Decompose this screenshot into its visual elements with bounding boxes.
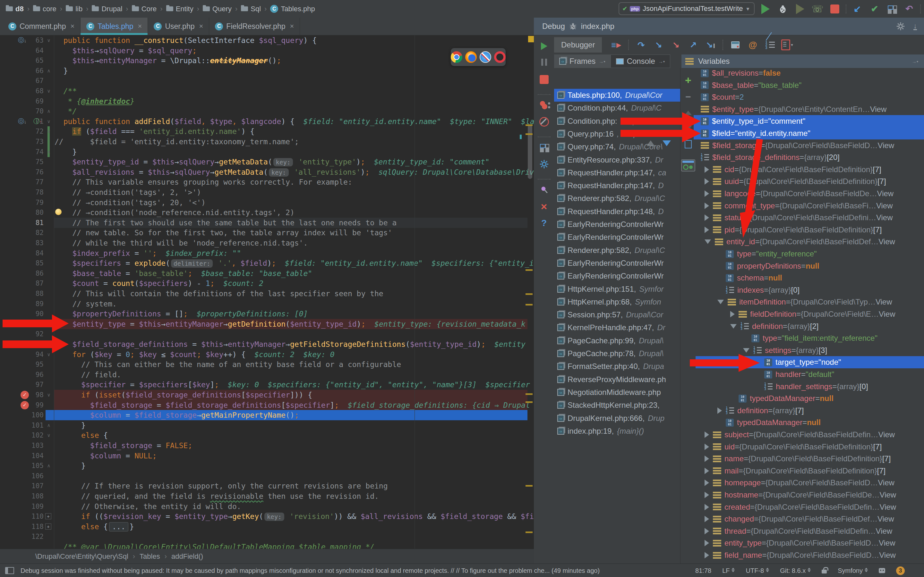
code-line[interactable]: // This will contain the definitions of … bbox=[55, 288, 383, 299]
code-line[interactable]: $this→sqlQuery = $sql_query; bbox=[55, 45, 197, 56]
pin-icon[interactable] bbox=[534, 183, 554, 196]
line-number[interactable]: 96 bbox=[19, 370, 44, 380]
evaluate-expression-icon[interactable] bbox=[728, 41, 743, 48]
variable-row[interactable]: name = {Drupal\Core\Field\BaseFieldDefin… bbox=[696, 453, 924, 465]
line-number[interactable]: 78 bbox=[19, 187, 44, 197]
variable-row[interactable]: 123definition = {array} [7] bbox=[696, 405, 924, 417]
line-number[interactable]: 95 bbox=[19, 359, 44, 370]
frame-row[interactable]: ‹›EarlyRenderingControllerWr bbox=[554, 218, 680, 231]
variable-row[interactable]: uuid = {Drupal\Core\Field\BaseFieldDefin… bbox=[696, 175, 924, 187]
line-number[interactable]: 65 bbox=[19, 55, 44, 66]
variable-row[interactable]: mail = {Drupal\Core\Field\BaseFieldDefin… bbox=[696, 465, 924, 477]
line-number[interactable]: 91 bbox=[19, 319, 44, 329]
line-number[interactable]: 82 bbox=[19, 227, 44, 238]
variable-row[interactable]: status = {Drupal\Core\Field\BaseFieldDef… bbox=[696, 211, 924, 224]
fold-expand-icon[interactable]: + bbox=[45, 524, 51, 530]
coverage-icon[interactable] bbox=[794, 4, 806, 14]
variable-row[interactable]: 1001$field = "entity_id.entity.name" bbox=[696, 127, 924, 139]
line-number[interactable]: 79 bbox=[19, 197, 44, 208]
stripe-mark[interactable] bbox=[525, 269, 533, 271]
variable-row[interactable]: $field_storage = {Drupal\Core\Field\Base… bbox=[696, 139, 924, 152]
variable-row[interactable]: cid = {Drupal\Core\Field\BaseFieldDefini… bbox=[696, 163, 924, 176]
variable-row[interactable]: thread = {Drupal\Core\Field\BaseFieldDef… bbox=[696, 525, 924, 537]
resume-icon[interactable] bbox=[534, 40, 554, 53]
variable-row[interactable]: subject = {Drupal\Core\Field\BaseFieldDe… bbox=[696, 429, 924, 441]
line-number[interactable]: 84 bbox=[19, 248, 44, 258]
expand-icon[interactable] bbox=[704, 552, 709, 558]
variable-row[interactable]: 123$field_storage_definitions = {array} … bbox=[696, 151, 924, 163]
stripe-mark[interactable] bbox=[525, 532, 533, 533]
step-out-icon[interactable]: ↗ bbox=[685, 40, 701, 50]
line-number[interactable]: 85 bbox=[19, 258, 44, 268]
safari-icon[interactable] bbox=[480, 51, 491, 63]
tab-console[interactable]: Console→▪ bbox=[611, 55, 670, 68]
variable-row[interactable]: 123definition = {array} [2] bbox=[696, 320, 924, 332]
event-count-badge[interactable]: 3 bbox=[896, 566, 905, 575]
frame-row[interactable]: ‹›KernelPreHandle.php:47, Dr bbox=[554, 321, 680, 334]
frame-row[interactable]: ‹›index.php:19, {main}() bbox=[554, 425, 680, 438]
expand-icon[interactable] bbox=[704, 540, 709, 546]
line-number[interactable]: 102 bbox=[19, 430, 44, 440]
attach-icon[interactable]: ☏ bbox=[811, 3, 824, 15]
watch-values-icon[interactable]: @ bbox=[745, 40, 760, 50]
copy-icon[interactable] bbox=[680, 138, 696, 151]
line-number[interactable]: 103 bbox=[19, 440, 44, 451]
stripe-mark[interactable] bbox=[525, 304, 533, 306]
code-line[interactable]: // system. bbox=[55, 299, 117, 309]
line-number[interactable]: 68 bbox=[19, 86, 44, 96]
breadcrumb-item[interactable]: Query bbox=[203, 5, 232, 13]
stripe-mark[interactable] bbox=[525, 485, 533, 487]
stripe-mark[interactable] bbox=[525, 133, 533, 135]
variable-row[interactable]: pid = {Drupal\Core\Field\BaseFieldDefini… bbox=[696, 224, 924, 236]
commit-icon[interactable]: ✔ bbox=[868, 3, 881, 14]
code-line[interactable]: // →condition('tags', 20, '<') bbox=[55, 197, 206, 208]
tab-fieldresolver-php[interactable]: CFieldResolver.php× bbox=[209, 18, 300, 35]
step-over-icon[interactable]: ↷ bbox=[633, 40, 649, 50]
line-number[interactable]: 86 bbox=[19, 268, 44, 279]
hide-panel-icon[interactable]: ↓ bbox=[913, 23, 917, 30]
code-line[interactable]: /** bbox=[55, 86, 77, 96]
variable-row[interactable]: itemDefinition = {Drupal\Core\Field\Typ…… bbox=[696, 296, 924, 308]
variable-row[interactable]: 123handler_settings = {array} [0] bbox=[696, 380, 924, 393]
code-line[interactable]: if (($revision_key = $entity_type→getKey… bbox=[55, 511, 534, 522]
code-line[interactable]: $specifiers = explode(delimiter: '.', $f… bbox=[55, 258, 534, 268]
line-number[interactable]: 73 bbox=[19, 137, 44, 147]
variable-row[interactable]: 1001$base_table = "base_table" bbox=[696, 79, 924, 91]
code-line[interactable]: } bbox=[55, 420, 86, 430]
frame-row[interactable]: ‹›RequestHandler.php:147, ca bbox=[554, 166, 680, 179]
gear-icon[interactable] bbox=[896, 22, 905, 31]
code-line[interactable]: // $field = 'entity_id.entity:taxonomy_t… bbox=[55, 137, 299, 147]
show-watches-icon[interactable] bbox=[680, 159, 696, 172]
code-line[interactable]: $column = NULL; bbox=[55, 451, 157, 461]
code-line[interactable]: $base_table = 'base_table'; $base_table:… bbox=[55, 268, 312, 279]
stripe-mark[interactable] bbox=[525, 393, 533, 395]
run-to-cursor-icon[interactable]: ↘I bbox=[703, 40, 718, 50]
line-number[interactable]: 110 bbox=[19, 511, 44, 522]
variable-row[interactable]: 1001target_type = "node" bbox=[696, 356, 924, 368]
fold-marker[interactable]: ∧ bbox=[45, 66, 52, 76]
mute-breakpoints-icon[interactable] bbox=[534, 115, 554, 128]
variable-row[interactable]: created = {Drupal\Core\Field\BaseFieldDe… bbox=[696, 501, 924, 513]
code-line[interactable]: // →condition('tags', 2, '>') bbox=[55, 187, 201, 197]
override-method-icon[interactable]: Ⓞ↓ bbox=[18, 116, 27, 127]
fold-marker[interactable]: ∨ bbox=[45, 390, 52, 400]
variable-row[interactable]: 123indexes = {array} [0] bbox=[696, 284, 924, 296]
line-number[interactable]: 94 bbox=[19, 350, 44, 359]
close-tab-icon[interactable]: × bbox=[290, 22, 294, 31]
breakpoint-icon[interactable]: ✓ bbox=[21, 391, 29, 399]
code-line[interactable]: /** @var \Drupal\Core\Entity\Sql\Default… bbox=[55, 542, 375, 549]
frame-row[interactable]: ‹›PageCache.php:99, Drupal\ bbox=[554, 334, 680, 347]
collapse-icon[interactable] bbox=[717, 300, 724, 304]
line-number[interactable]: 90 bbox=[19, 309, 44, 319]
variable-row[interactable]: hostname = {Drupal\Core\Field\BaseFieldD… bbox=[696, 489, 924, 501]
readonly-lock-icon[interactable] bbox=[822, 570, 827, 574]
pause-icon[interactable] bbox=[534, 56, 554, 69]
code-line[interactable]: if ($field === 'entity_id.entity.name') … bbox=[55, 126, 254, 137]
fold-marker[interactable]: ∧ bbox=[45, 147, 52, 157]
expand-icon[interactable] bbox=[704, 203, 709, 209]
frame-row[interactable]: ‹›Session.php:57, Drupal\Cor bbox=[554, 308, 680, 321]
code-line[interactable]: $entity_type_id = $this→sqlQuery→getMeta… bbox=[55, 157, 489, 167]
framework-select[interactable]: Symfony bbox=[838, 567, 868, 574]
expand-icon[interactable] bbox=[704, 492, 709, 498]
breadcrumb-item[interactable]: Core bbox=[132, 5, 157, 13]
